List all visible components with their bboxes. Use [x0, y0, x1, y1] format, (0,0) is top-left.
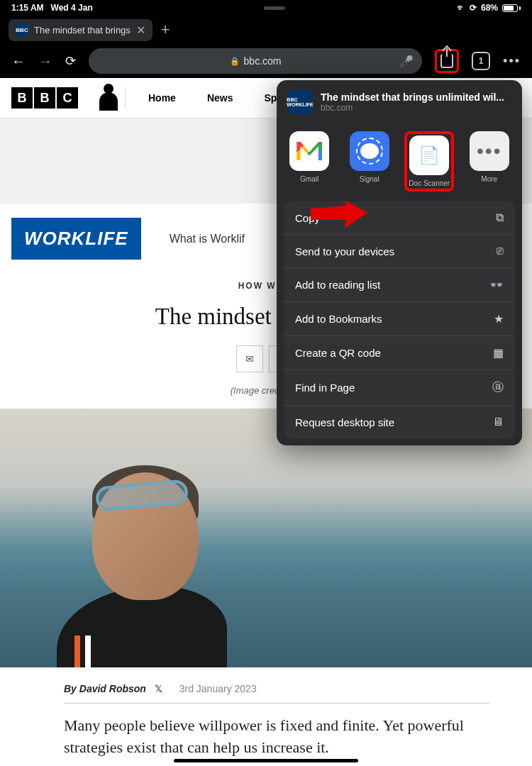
- share-favicon-icon: BBCWORKLIFE: [288, 90, 312, 114]
- worklife-link[interactable]: What is Worklif: [170, 233, 245, 245]
- share-app-gmail[interactable]: Gmail: [284, 131, 334, 192]
- status-time: 1:15 AM: [11, 3, 44, 13]
- sync-icon: ⟳: [470, 3, 477, 13]
- battery-icon: [502, 4, 521, 12]
- action-desktop[interactable]: Request desktop site🖥: [284, 406, 515, 438]
- status-bar: 1:15 AM Wed 4 Jan ᯤ ⟳ 68%: [0, 0, 532, 16]
- share-app-row: Gmail Signal 📄 Doc Scanner ••• More: [277, 124, 522, 201]
- devices-icon: ⎚: [497, 245, 504, 257]
- share-action-list: Copy⧉ Send to your devices⎚ Add to readi…: [284, 201, 515, 438]
- svg-marker-0: [311, 200, 367, 228]
- copy-icon: ⧉: [496, 211, 504, 224]
- action-qr[interactable]: Create a QR code▦: [284, 336, 515, 370]
- nav-news[interactable]: News: [207, 92, 233, 104]
- share-app-doc-scanner[interactable]: 📄 Doc Scanner: [404, 131, 454, 192]
- nav-home[interactable]: Home: [148, 92, 176, 104]
- more-icon: •••: [470, 131, 509, 171]
- action-send-devices[interactable]: Send to your devices⎚: [284, 235, 515, 268]
- share-icon: [440, 54, 453, 68]
- hero-image: [0, 409, 532, 667]
- byline: By David Robson 𝕏 3rd January 2023: [64, 683, 489, 694]
- multitask-pill[interactable]: [264, 6, 285, 10]
- qr-icon: ▦: [493, 346, 504, 360]
- battery-pct: 68%: [481, 3, 498, 13]
- share-subtitle: bbc.com: [321, 103, 504, 113]
- share-title: The mindset that brings unlimited wil...: [321, 91, 504, 103]
- reading-list-icon: 👓: [489, 278, 504, 292]
- find-icon: ⓐ: [492, 380, 504, 395]
- browser-toolbar: ← → ⟳ 🔒 bbc.com 🎤 1 •••: [0, 44, 532, 78]
- forward-button: →: [38, 53, 52, 70]
- publish-date: 3rd January 2023: [179, 683, 257, 694]
- reload-button[interactable]: ⟳: [65, 53, 76, 69]
- share-app-signal[interactable]: Signal: [345, 131, 394, 192]
- article-lede: Many people believe willpower is fixed a…: [64, 715, 489, 759]
- worklife-badge[interactable]: WORKLIFE: [11, 218, 141, 260]
- share-email-icon[interactable]: ✉: [236, 345, 263, 372]
- mic-icon[interactable]: 🎤: [399, 55, 414, 68]
- star-icon: ★: [494, 312, 504, 326]
- tab-favicon-icon: BBC: [16, 23, 28, 36]
- share-button[interactable]: [435, 49, 459, 73]
- share-app-more[interactable]: ••• More: [465, 131, 514, 192]
- new-tab-button[interactable]: +: [161, 21, 170, 39]
- doc-scanner-icon: 📄: [409, 135, 449, 175]
- lock-icon: 🔒: [230, 57, 240, 66]
- overflow-menu-button[interactable]: •••: [503, 54, 521, 69]
- wifi-icon: ᯤ: [457, 3, 465, 13]
- home-indicator[interactable]: [174, 759, 358, 762]
- status-date: Wed 4 Jan: [51, 3, 93, 13]
- url-text: bbc.com: [244, 55, 282, 67]
- action-bookmark[interactable]: Add to Bookmarks★: [284, 302, 515, 336]
- annotation-arrow: [311, 200, 367, 231]
- browser-tab[interactable]: BBC The mindset that brings ✕: [9, 19, 153, 41]
- url-bar[interactable]: 🔒 bbc.com 🎤: [89, 48, 422, 74]
- desktop-icon: 🖥: [492, 416, 504, 428]
- action-find[interactable]: Find in Pageⓐ: [284, 370, 515, 406]
- bbc-logo[interactable]: BBC: [11, 87, 78, 109]
- signal-icon: [350, 131, 389, 171]
- tabs-button[interactable]: 1: [472, 52, 490, 70]
- share-sheet-header: BBCWORKLIFE The mindset that brings unli…: [277, 80, 522, 124]
- close-tab-icon[interactable]: ✕: [136, 23, 145, 37]
- gmail-icon: [289, 131, 329, 171]
- back-button[interactable]: ←: [11, 53, 26, 70]
- tab-bar: BBC The mindset that brings ✕ +: [0, 16, 532, 44]
- article-body: By David Robson 𝕏 3rd January 2023 Many …: [57, 667, 497, 766]
- twitter-icon[interactable]: 𝕏: [155, 683, 162, 694]
- tab-title: The mindset that brings: [34, 25, 131, 35]
- action-reading-list[interactable]: Add to reading list👓: [284, 268, 515, 302]
- account-icon[interactable]: [99, 92, 118, 111]
- share-sheet: ers BBCWORKLIFE The mindset that brings …: [277, 80, 522, 445]
